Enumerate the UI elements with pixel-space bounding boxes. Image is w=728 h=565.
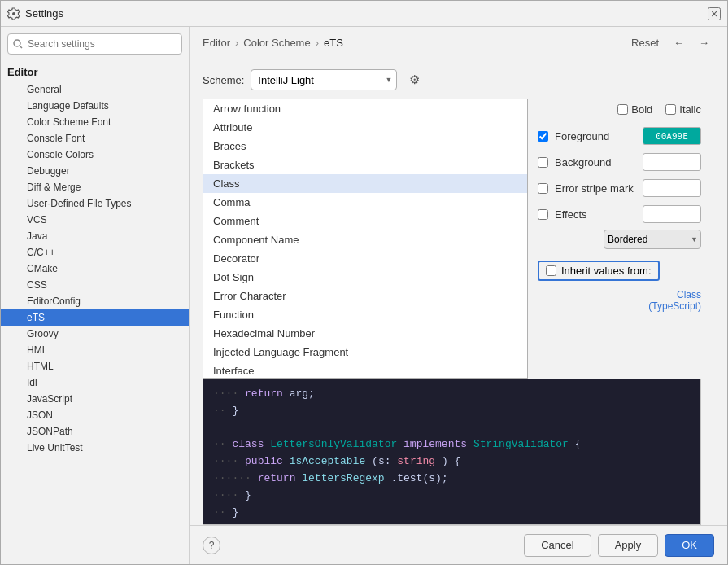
background-swatch[interactable] [643, 153, 701, 171]
error-stripe-checkbox[interactable] [538, 183, 548, 194]
breadcrumb-color-scheme: Color Scheme [243, 37, 310, 49]
sidebar-item-color-scheme-font[interactable]: Color Scheme Font [1, 114, 189, 130]
sidebar-item-debugger[interactable]: Debugger [1, 163, 189, 179]
sidebar-item-ets[interactable]: eTS [1, 309, 189, 326]
color-item-class[interactable]: Class [203, 174, 527, 193]
foreground-swatch[interactable]: 00A99E [643, 127, 701, 145]
background-checkbox[interactable] [538, 157, 548, 168]
color-item-decorator[interactable]: Decorator [203, 249, 527, 268]
color-item-brackets[interactable]: Brackets [203, 155, 527, 174]
sidebar-item-language-defaults[interactable]: Language Defaults [1, 98, 189, 114]
inherit-checkbox[interactable] [546, 265, 556, 276]
preview-line-8: ·· } [213, 505, 691, 522]
preview-regexp: lettersRegexp [302, 472, 384, 484]
preview-line-6: ······ return lettersRegexp .test(s); [213, 471, 691, 488]
panel-header: Editor › Color Scheme › eTS Reset ← → [190, 27, 727, 59]
back-button[interactable]: ← [669, 35, 689, 50]
scheme-select[interactable]: IntelliJ Light Darcula High Contrast [251, 69, 397, 90]
reset-button[interactable]: Reset [626, 35, 664, 50]
inherit-row: Inherit values from: [538, 261, 701, 281]
color-item-arrow-function[interactable]: Arrow function [203, 99, 527, 118]
scheme-gear-button[interactable]: ⚙ [403, 69, 425, 90]
background-row: Background [538, 153, 701, 171]
close-button[interactable]: × [708, 7, 721, 20]
sidebar-item-vcs[interactable]: VCS [1, 212, 189, 228]
preview-method-name: isAcceptable [290, 455, 366, 467]
sidebar-item-general[interactable]: General [1, 81, 189, 98]
effects-type-select[interactable]: Bordered Underline Wave [604, 230, 701, 249]
color-item-interface[interactable]: Interface [203, 361, 527, 379]
color-item-hexadecimal-number[interactable]: Hexadecimal Number [203, 324, 527, 343]
sidebar-item-java[interactable]: Java [1, 228, 189, 244]
preview-implements: implements [403, 438, 473, 450]
sidebar-item-console-colors[interactable]: Console Colors [1, 147, 189, 163]
sidebar-item-live-unittest[interactable]: Live UnitTest [1, 440, 189, 456]
color-item-braces[interactable]: Braces [203, 137, 527, 155]
color-item-function[interactable]: Function [203, 305, 527, 324]
sidebar-section-editor: Editor [1, 63, 189, 81]
foreground-label: Foreground [555, 130, 636, 142]
sidebar-item-idl[interactable]: Idl [1, 374, 189, 391]
color-item-dot-sign[interactable]: Dot Sign [203, 268, 527, 287]
color-item-comment[interactable]: Comment [203, 212, 527, 230]
preview-open-brace: { [575, 438, 582, 450]
sidebar-item-user-defined-file-types[interactable]: User-Defined File Types [1, 195, 189, 212]
effects-type-wrap: Bordered Underline Wave [604, 230, 701, 249]
preview-dots-3: ·· [213, 438, 226, 450]
right-panel: Editor › Color Scheme › eTS Reset ← → Sc… [190, 27, 727, 564]
sidebar-tree: Editor General Language Defaults Color S… [1, 61, 189, 564]
cancel-button[interactable]: Cancel [524, 534, 591, 557]
preview-brace-close: } [232, 405, 238, 417]
preview-dots-7: ·· [213, 506, 226, 519]
italic-label: Italic [679, 103, 701, 116]
title-bar: Settings × [1, 1, 727, 27]
italic-checkbox[interactable] [665, 104, 676, 115]
sidebar-item-diff-merge[interactable]: Diff & Merge [1, 179, 189, 195]
inherit-class-link[interactable]: Class [677, 289, 701, 300]
settings-window: Settings × Editor General Language Defau… [0, 0, 728, 565]
editor-columns: Arrow function Attribute Braces Brackets… [203, 99, 714, 379]
sidebar-item-cmake[interactable]: CMake [1, 261, 189, 277]
apply-button[interactable]: Apply [598, 534, 659, 557]
sidebar-item-hml[interactable]: HML [1, 342, 189, 358]
preview-interface-name: StringValidator [473, 438, 575, 450]
search-input[interactable] [7, 33, 182, 55]
preview-inner-close: } [245, 489, 251, 501]
sidebar-item-javascript[interactable]: JavaScript [1, 391, 189, 407]
sidebar-item-jsonpath[interactable]: JSONPath [1, 423, 189, 440]
preview-dots-1: ···· [213, 388, 238, 400]
main-content: Editor General Language Defaults Color S… [1, 27, 727, 564]
italic-checkbox-label[interactable]: Italic [665, 103, 701, 116]
preview-line-4: ·· class LettersOnlyValidator implements… [213, 436, 691, 453]
effects-swatch[interactable] [643, 205, 701, 223]
sidebar-item-groovy[interactable]: Groovy [1, 326, 189, 342]
forward-button[interactable]: → [694, 35, 714, 50]
color-item-attribute[interactable]: Attribute [203, 118, 527, 137]
color-item-comma[interactable]: Comma [203, 193, 527, 212]
inherit-typescript-link[interactable]: (TypeScript) [648, 300, 701, 312]
help-button[interactable]: ? [203, 537, 220, 554]
breadcrumb-sep-1: › [235, 37, 238, 49]
breadcrumb-editor: Editor [203, 37, 230, 49]
preview-class-kw: class [232, 438, 270, 450]
foreground-checkbox[interactable] [538, 131, 548, 142]
sidebar-item-cpp[interactable]: C/C++ [1, 244, 189, 261]
preview-return: return [245, 388, 283, 400]
color-item-error-character[interactable]: Error Character [203, 287, 527, 305]
preview-line-7: ···· } [213, 488, 691, 505]
sidebar-item-css[interactable]: CSS [1, 277, 189, 293]
sidebar-item-html[interactable]: HTML [1, 358, 189, 374]
preview-area: ···· return arg; ·· } ·· class LettersOn… [203, 379, 701, 525]
preview-line-3 [213, 420, 691, 437]
color-item-component-name[interactable]: Component Name [203, 230, 527, 249]
preview-line-5: ···· public isAcceptable (s: string ) { [213, 453, 691, 471]
sidebar-item-json[interactable]: JSON [1, 407, 189, 423]
bold-checkbox-label[interactable]: Bold [617, 103, 652, 116]
effects-checkbox[interactable] [538, 209, 548, 220]
sidebar-item-console-font[interactable]: Console Font [1, 130, 189, 147]
bold-checkbox[interactable] [617, 104, 628, 115]
error-stripe-swatch[interactable] [643, 179, 701, 197]
ok-button[interactable]: OK [665, 534, 714, 557]
color-item-injected[interactable]: Injected Language Fragment [203, 343, 527, 361]
sidebar-item-editorconfig[interactable]: EditorConfig [1, 293, 189, 309]
